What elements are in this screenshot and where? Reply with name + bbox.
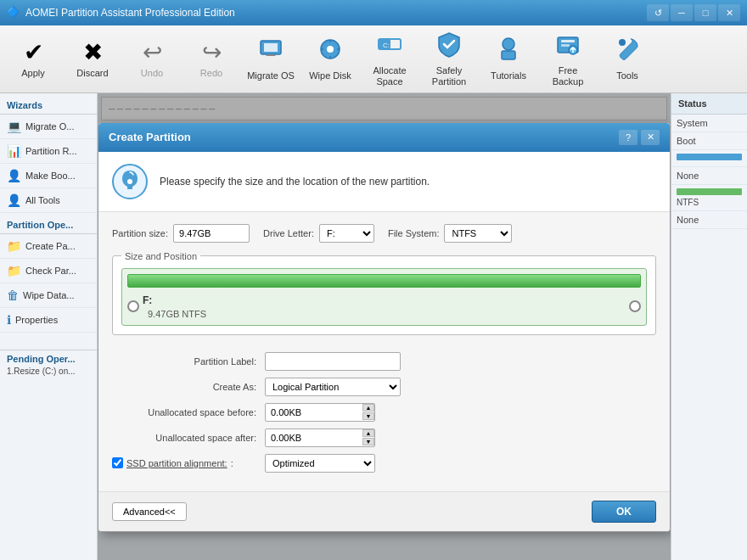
unalloc-after-down[interactable]: ▼ xyxy=(362,438,374,445)
unalloc-before-down[interactable]: ▼ xyxy=(362,412,374,420)
svg-rect-11 xyxy=(561,40,575,42)
app-logo: 🔷 xyxy=(7,6,20,20)
undo-icon: ↩ xyxy=(143,38,162,66)
partition-visual: F: 9.47GB NTFS xyxy=(121,268,647,326)
drive-letter-select[interactable]: F: G: H: xyxy=(319,224,374,243)
ssd-align-label-text: SSD partition alignment: xyxy=(126,458,227,468)
ssd-align-select[interactable]: Optimized 4KB 8KB 16KB 32KB 64KB xyxy=(265,454,375,473)
dialog-description: Please specify the size and the location… xyxy=(160,176,430,188)
toolbar-migrate-os[interactable]: Migrate OS xyxy=(241,29,300,90)
top-form-row: Partition size: Drive Letter: F: G: H: xyxy=(112,224,656,243)
sidebar-section-wizards: Wizards xyxy=(0,93,97,115)
partition-content: F: 9.47GB NTFS xyxy=(139,293,629,320)
lower-form: Partition Label: Create As: Logical Part… xyxy=(112,345,656,473)
dialog-help-btn[interactable]: ? xyxy=(619,130,637,145)
dialog-body: Partition size: Drive Letter: F: G: H: xyxy=(98,212,670,491)
tutorials-label: Tutorials xyxy=(491,70,526,81)
sidebar-item-check-par[interactable]: 📁 Check Par... xyxy=(0,259,97,283)
sidebar-item-partition-r[interactable]: 📊 Partition R... xyxy=(0,139,97,164)
sidebar-item-make-boot[interactable]: 👤 Make Boo... xyxy=(0,164,97,188)
app-title: AOMEI Partition Assistant Professional E… xyxy=(25,7,647,19)
unalloc-before-label: Unallocated space before: xyxy=(112,407,265,417)
maximize-btn[interactable]: □ xyxy=(694,4,716,21)
sidebar-item-wipe-data[interactable]: 🗑 Wipe Data... xyxy=(0,283,97,308)
toolbar-discard[interactable]: ✖ Discard xyxy=(63,29,122,90)
status-boot: Boot xyxy=(671,132,747,150)
partition-label-input[interactable] xyxy=(265,352,401,371)
migrate-os-icon xyxy=(257,36,284,69)
restore-btn[interactable]: ↺ xyxy=(647,4,669,21)
toolbar-allocate-space[interactable]: C: Allocate Space xyxy=(360,29,419,90)
svg-rect-1 xyxy=(264,43,278,52)
pending-item-0: 1.Resize (C:) on... xyxy=(7,367,90,376)
create-pa-icon: 📁 xyxy=(7,239,21,253)
main-area: Wizards 💻 Migrate O... 📊 Partition R... … xyxy=(0,93,747,560)
toolbar-free-backup[interactable]: Free Backup xyxy=(538,29,598,90)
unalloc-before-input[interactable] xyxy=(266,405,342,420)
wipe-data-icon: 🗑 xyxy=(7,288,19,302)
size-position-fieldset: Size and Position F: xyxy=(112,251,656,335)
toolbar-tutorials[interactable]: Tutorials xyxy=(479,29,538,90)
apply-icon: ✔ xyxy=(24,38,43,66)
properties-icon: ℹ xyxy=(7,313,11,327)
status-none-3: None xyxy=(671,211,747,229)
discard-label: Discard xyxy=(76,68,108,79)
modal-overlay: Create Partition ? ✕ xyxy=(98,93,671,560)
ok-btn[interactable]: OK xyxy=(592,501,656,523)
svg-rect-12 xyxy=(561,44,570,47)
toolbar-redo[interactable]: ↪ Redo xyxy=(182,29,241,90)
status-title: Status xyxy=(671,93,747,115)
toolbar-tools[interactable]: Tools xyxy=(598,29,657,90)
ssd-align-row: SSD partition alignment: : Optimized 4KB… xyxy=(112,454,656,473)
partition-size-group: Partition size: xyxy=(112,224,250,243)
close-app-btn[interactable]: ✕ xyxy=(718,4,740,21)
partition-drive-name: F: xyxy=(143,294,152,306)
right-handle[interactable] xyxy=(629,300,641,312)
partition-size-input[interactable] xyxy=(173,224,250,243)
sidebar-item-properties[interactable]: ℹ Properties xyxy=(0,308,97,333)
unalloc-after-up[interactable]: ▲ xyxy=(362,429,374,437)
partition-r-icon: 📊 xyxy=(7,144,21,158)
sidebar-item-all-tools[interactable]: 👤 All Tools xyxy=(0,188,97,213)
toolbar-wipe-disk[interactable]: Wipe Disk xyxy=(300,29,360,90)
dialog-icon xyxy=(112,164,148,199)
drive-letter-label: Drive Letter: xyxy=(263,228,314,238)
unalloc-after-input[interactable] xyxy=(266,430,342,445)
partition-size-label: Partition size: xyxy=(112,228,168,238)
dialog-close-btn[interactable]: ✕ xyxy=(641,130,660,145)
title-bar-controls: ↺ ─ □ ✕ xyxy=(647,4,740,21)
ssd-align-checkbox[interactable] xyxy=(112,457,123,468)
status-bar-2 xyxy=(677,188,742,195)
unalloc-after-row: Unallocated space after: ▲ ▼ xyxy=(112,428,656,447)
title-bar: 🔷 AOMEI Partition Assistant Professional… xyxy=(0,0,747,25)
svg-point-4 xyxy=(327,46,334,53)
toolbar-safely-partition[interactable]: Safely Partition xyxy=(419,29,479,90)
file-system-select[interactable]: NTFS FAT32 exFAT xyxy=(444,224,512,243)
migrate-os-sidebar-icon: 💻 xyxy=(7,120,21,133)
status-none-1 xyxy=(671,150,747,167)
toolbar-apply[interactable]: ✔ Apply xyxy=(3,29,63,90)
status-none-2: None xyxy=(671,167,747,185)
advanced-btn[interactable]: Advanced<< xyxy=(112,502,187,521)
minimize-btn[interactable]: ─ xyxy=(671,4,693,21)
unalloc-after-label: Unallocated space after: xyxy=(112,433,265,443)
drive-letter-group: Drive Letter: F: G: H: xyxy=(263,224,374,243)
left-handle[interactable] xyxy=(127,300,139,312)
unalloc-before-arrows: ▲ ▼ xyxy=(362,404,374,420)
wipe-disk-icon xyxy=(317,36,344,69)
file-system-group: File System: NTFS FAT32 exFAT xyxy=(388,224,513,243)
svg-point-8 xyxy=(503,38,514,50)
sidebar-item-migrate-os[interactable]: 💻 Migrate O... xyxy=(0,115,97,139)
sidebar-properties-label: Properties xyxy=(15,315,58,325)
unalloc-before-up[interactable]: ▲ xyxy=(362,404,374,412)
sidebar-item-create-pa[interactable]: 📁 Create Pa... xyxy=(0,234,97,259)
create-as-select[interactable]: Logical Partition Primary Partition xyxy=(265,378,401,396)
undo-label: Undo xyxy=(141,68,163,79)
redo-label: Redo xyxy=(200,68,222,79)
ssd-align-label-container: SSD partition alignment: : xyxy=(112,457,265,468)
partition-size-display: 9.47GB NTFS xyxy=(139,308,629,320)
sidebar-create-pa-label: Create Pa... xyxy=(25,241,76,251)
toolbar-undo[interactable]: ↩ Undo xyxy=(122,29,182,90)
sidebar-wipe-data-label: Wipe Data... xyxy=(23,290,75,300)
create-as-row: Create As: Logical Partition Primary Par… xyxy=(112,378,656,396)
